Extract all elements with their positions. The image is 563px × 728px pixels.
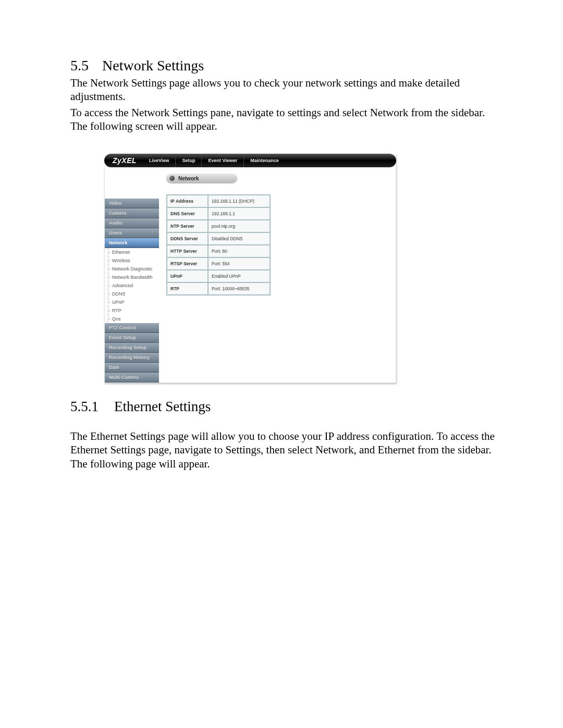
dot-icon bbox=[169, 176, 175, 181]
cell-val: Disabled DDNS bbox=[208, 232, 270, 245]
content-header-pill: Network bbox=[166, 174, 237, 183]
sidebar: Video Camera Audio Users Network Etherne… bbox=[105, 167, 159, 382]
cell-val: Enabled UPnP bbox=[208, 270, 270, 282]
cell-val: Port: 554 bbox=[208, 257, 270, 270]
network-summary-table: IP Address192.168.1.11 (DHCP) DNS Server… bbox=[166, 194, 271, 295]
content-pane: Network IP Address192.168.1.11 (DHCP) DN… bbox=[159, 167, 396, 382]
cell-key: UPnP bbox=[167, 270, 208, 282]
table-row: NTP Serverpool.ntp.org bbox=[167, 220, 270, 232]
sidebar-item-camera[interactable]: Camera bbox=[105, 208, 159, 218]
sidebar-item-users[interactable]: Users bbox=[105, 228, 159, 238]
table-row: HTTP ServerPort: 80 bbox=[167, 245, 270, 257]
topbar: ZyXEL LiveView Setup Event Viewer Mainte… bbox=[104, 154, 396, 167]
subsection-title: Ethernet Settings bbox=[114, 399, 211, 414]
table-row: DNS Server192.168.1.1 bbox=[167, 207, 270, 220]
sidebar-sub-bandwidth[interactable]: Network Bandwidth bbox=[105, 273, 159, 281]
sidebar-item-ptz[interactable]: PTZ Control bbox=[105, 323, 159, 333]
sidebar-sub-qos[interactable]: Qos bbox=[105, 315, 159, 323]
sidebar-sub-upnp[interactable]: UPnP bbox=[105, 298, 159, 306]
cell-val: 192.168.1.1 bbox=[208, 207, 270, 220]
sidebar-item-rechist[interactable]: Recording History bbox=[105, 353, 159, 363]
subsection-number: 5.5.1 bbox=[70, 399, 99, 415]
sidebar-item-audio[interactable]: Audio bbox=[105, 218, 159, 228]
section-title: Network Settings bbox=[102, 57, 204, 73]
sidebar-sub-rtp[interactable]: RTP bbox=[105, 306, 159, 315]
cell-key: RTP bbox=[167, 282, 208, 295]
cell-key: IP Address bbox=[167, 195, 208, 207]
cell-val: Port: 10000~65535 bbox=[208, 282, 270, 295]
subsection-heading: 5.5.1Ethernet Settings bbox=[70, 399, 495, 415]
cell-val: 192.168.1.11 (DHCP) bbox=[208, 195, 270, 207]
tab-setup[interactable]: Setup bbox=[175, 154, 201, 167]
sidebar-sub-wireless[interactable]: Wireless bbox=[105, 256, 159, 265]
sidebar-item-video[interactable]: Video bbox=[105, 199, 159, 208]
section-number: 5.5 bbox=[70, 57, 89, 74]
tab-maintenance[interactable]: Maintenance bbox=[243, 154, 285, 167]
sidebar-item-multicam[interactable]: Multi-Camera bbox=[105, 373, 159, 382]
table-row: IP Address192.168.1.11 (DHCP) bbox=[167, 195, 270, 207]
subsection-para: The Ethernet Settings page will allow yo… bbox=[70, 429, 495, 471]
cell-val: pool.ntp.org bbox=[208, 220, 270, 232]
table-row: RTSP ServerPort: 554 bbox=[167, 257, 270, 270]
cell-key: NTP Server bbox=[167, 220, 208, 232]
cell-val: Port: 80 bbox=[208, 245, 270, 257]
cell-key: DDNS Server bbox=[167, 232, 208, 245]
sidebar-sub-advanced[interactable]: Advanced bbox=[105, 281, 159, 290]
tab-liveview[interactable]: LiveView bbox=[143, 154, 175, 167]
table-row: DDNS ServerDisabled DDNS bbox=[167, 232, 270, 245]
section-heading: 5.5Network Settings bbox=[70, 57, 495, 74]
section-para-1: The Network Settings page allows you to … bbox=[70, 76, 495, 104]
sidebar-item-event[interactable]: Event Setup bbox=[105, 333, 159, 343]
top-tabs: LiveView Setup Event Viewer Maintenance bbox=[143, 154, 391, 167]
sidebar-item-network[interactable]: Network bbox=[105, 238, 159, 248]
cell-key: DNS Server bbox=[167, 207, 208, 220]
table-row: UPnPEnabled UPnP bbox=[167, 270, 270, 282]
sidebar-sub-ddns[interactable]: DDNS bbox=[105, 290, 159, 298]
ui-screenshot: ZyXEL LiveView Setup Event Viewer Mainte… bbox=[104, 154, 495, 383]
content-header-label: Network bbox=[178, 176, 199, 181]
table-row: RTPPort: 10000~65535 bbox=[167, 282, 270, 295]
section-para-2: To access the Network Settings pane, nav… bbox=[70, 106, 495, 133]
cell-key: RTSP Server bbox=[167, 257, 208, 270]
brand-logo: ZyXEL bbox=[106, 156, 143, 165]
sidebar-item-recsetup[interactable]: Recording Setup bbox=[105, 343, 159, 353]
sidebar-item-date[interactable]: Date bbox=[105, 363, 159, 373]
sidebar-sub-diagnostic[interactable]: Network Diagnostic bbox=[105, 265, 159, 273]
sidebar-sub-ethernet[interactable]: Ethernet bbox=[105, 248, 159, 256]
tab-eventviewer[interactable]: Event Viewer bbox=[201, 154, 243, 167]
cell-key: HTTP Server bbox=[167, 245, 208, 257]
